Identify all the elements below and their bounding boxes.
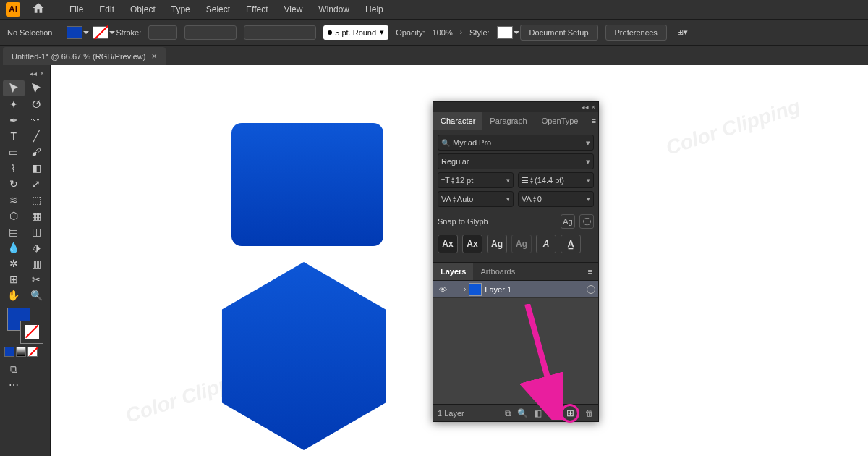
- color-mode-icon[interactable]: [4, 347, 14, 357]
- glyph-snap-1[interactable]: Ax: [438, 235, 458, 253]
- direct-selection-tool[interactable]: [26, 80, 48, 96]
- tab-layers[interactable]: Layers: [433, 263, 473, 280]
- glyph-snap-5[interactable]: A: [536, 235, 556, 253]
- menu-edit[interactable]: Edit: [92, 2, 122, 17]
- fill-swatch[interactable]: [67, 26, 82, 39]
- home-icon[interactable]: [32, 1, 45, 17]
- gradient-tool[interactable]: ◫: [26, 224, 48, 240]
- layers-menu-icon[interactable]: ≡: [582, 263, 598, 280]
- leading-input[interactable]: ☰▴▾(14.4 pt)▾: [518, 172, 594, 188]
- tab-paragraph[interactable]: Paragraph: [482, 112, 534, 130]
- info-icon[interactable]: ⓘ: [579, 214, 594, 229]
- stroke-weight-input[interactable]: [148, 25, 177, 40]
- rectangle-tool[interactable]: ▭: [3, 144, 25, 160]
- collapse-icon[interactable]: ◂◂: [582, 104, 589, 111]
- font-size-input[interactable]: тT▴▾12 pt▾: [438, 172, 514, 188]
- stroke-swatch[interactable]: [93, 26, 109, 39]
- lasso-tool[interactable]: ⵚ: [26, 96, 48, 112]
- shaper-tool[interactable]: ⌇: [3, 160, 25, 176]
- collapse-icon[interactable]: ◂◂: [30, 69, 37, 77]
- style-swatch[interactable]: [497, 26, 513, 39]
- locate-icon[interactable]: ⧉: [505, 408, 511, 418]
- width-tool[interactable]: ≋: [3, 192, 25, 208]
- fill-stroke-control[interactable]: [3, 308, 47, 342]
- perspective-tool[interactable]: ▦: [26, 208, 48, 224]
- eraser-tool[interactable]: ◧: [26, 160, 48, 176]
- opacity-chevron-icon[interactable]: ›: [460, 28, 462, 36]
- menu-view[interactable]: View: [277, 2, 310, 17]
- glyph-snap-2[interactable]: Ax: [462, 235, 482, 253]
- artboard-tool[interactable]: ⊞: [3, 271, 25, 287]
- graph-tool[interactable]: ▥: [26, 256, 48, 271]
- align-icon[interactable]: ⊞▾: [677, 28, 688, 37]
- brush-def-input[interactable]: [244, 25, 316, 40]
- mesh-tool[interactable]: ▤: [3, 224, 25, 240]
- style-label: Style:: [469, 28, 490, 37]
- stroke-profile-input[interactable]: [184, 25, 237, 40]
- menu-window[interactable]: Window: [311, 2, 357, 17]
- brush-tool[interactable]: 🖌: [26, 144, 48, 160]
- type-tool[interactable]: T: [3, 128, 25, 144]
- new-layer-button[interactable]: ⊞: [561, 404, 579, 423]
- panel-menu-icon[interactable]: ≡: [585, 112, 601, 130]
- target-icon[interactable]: [587, 285, 595, 294]
- canvas[interactable]: Color Clipping Color Clipping ◂◂ × Chara…: [51, 65, 868, 456]
- eyedropper-tool[interactable]: 💧: [3, 240, 25, 256]
- curvature-tool[interactable]: 〰: [26, 112, 48, 128]
- kerning-input[interactable]: VA▴▾Auto▾: [438, 191, 514, 207]
- tab-opentype[interactable]: OpenType: [535, 112, 586, 130]
- gradient-mode-icon[interactable]: [16, 347, 26, 357]
- canvas-rectangle-shape[interactable]: [231, 123, 383, 246]
- search-icon[interactable]: 🔍: [517, 408, 528, 418]
- layer-name-label[interactable]: Layer 1: [485, 285, 511, 294]
- tracking-input[interactable]: VA▴▾0▾: [518, 191, 594, 207]
- scale-tool[interactable]: ⤢: [26, 176, 48, 192]
- clip-mask-icon[interactable]: ◧: [534, 408, 542, 418]
- menu-help[interactable]: Help: [358, 2, 391, 17]
- menu-effect[interactable]: Effect: [239, 2, 275, 17]
- font-style-input[interactable]: Regular▾: [438, 153, 594, 169]
- glyph-snap-4[interactable]: Ag: [511, 235, 532, 253]
- shape-builder-tool[interactable]: ⬡: [3, 208, 25, 224]
- menu-object[interactable]: Object: [123, 2, 163, 17]
- menu-file[interactable]: File: [62, 2, 90, 17]
- close-tab-icon[interactable]: ×: [151, 51, 157, 62]
- opacity-value[interactable]: 100%: [433, 28, 453, 37]
- new-sublayer-icon[interactable]: ⊞: [548, 408, 555, 418]
- symbol-tool[interactable]: ✲: [3, 256, 25, 271]
- edit-toolbar-icon[interactable]: ⋯: [3, 377, 25, 393]
- free-transform-tool[interactable]: ⬚: [26, 192, 48, 208]
- glyph-snap-3[interactable]: Ag: [487, 235, 507, 253]
- pen-tool[interactable]: ✒: [3, 112, 25, 128]
- canvas-hexagon-shape[interactable]: [221, 262, 386, 450]
- glyph-snap-6[interactable]: A̲: [561, 235, 581, 253]
- layer-row[interactable]: 👁 › Layer 1: [433, 281, 598, 298]
- line-tool[interactable]: ╱: [26, 128, 48, 144]
- rotate-tool[interactable]: ↻: [3, 176, 25, 192]
- screen-mode-tool[interactable]: ⧉: [3, 361, 25, 377]
- expand-icon[interactable]: ›: [464, 285, 466, 293]
- selection-tool[interactable]: [3, 80, 25, 96]
- blend-tool[interactable]: ⬗: [26, 240, 48, 256]
- delete-layer-icon[interactable]: 🗑: [585, 408, 594, 418]
- zoom-tool[interactable]: 🔍: [26, 287, 48, 303]
- stroke-box[interactable]: [20, 321, 43, 344]
- font-family-input[interactable]: Myriad Pro▾: [438, 135, 594, 151]
- brush-select[interactable]: 5 pt. Round▾: [323, 25, 388, 40]
- none-mode-icon[interactable]: [27, 347, 38, 357]
- close-icon[interactable]: ×: [592, 104, 595, 111]
- menu-select[interactable]: Select: [199, 2, 237, 17]
- visibility-icon[interactable]: 👁: [436, 285, 449, 294]
- slice-tool[interactable]: ✂: [26, 271, 48, 287]
- menu-type[interactable]: Type: [164, 2, 197, 17]
- close-icon[interactable]: ×: [40, 69, 44, 77]
- glyph-bounds-icon[interactable]: Ag: [561, 214, 575, 229]
- preferences-button[interactable]: Preferences: [605, 25, 667, 41]
- tab-character[interactable]: Character: [433, 112, 482, 130]
- character-panel[interactable]: ◂◂ × Character Paragraph OpenType ≡ Myri…: [433, 101, 599, 422]
- document-setup-button[interactable]: Document Setup: [520, 25, 598, 41]
- wand-tool[interactable]: ✦: [3, 96, 25, 112]
- hand-tool[interactable]: ✋: [3, 287, 25, 303]
- document-tab[interactable]: Untitled-1* @ 66.67 % (RGB/Preview) ×: [3, 47, 166, 65]
- tab-artboards[interactable]: Artboards: [473, 263, 522, 280]
